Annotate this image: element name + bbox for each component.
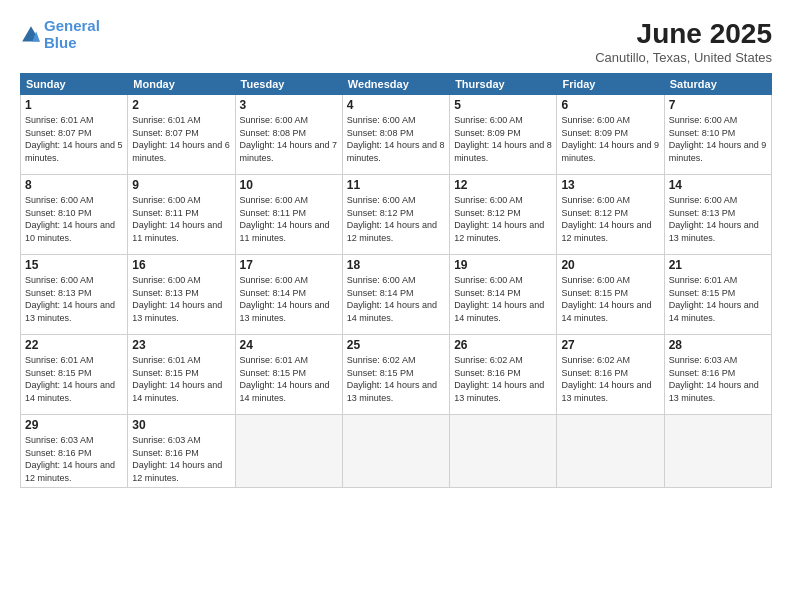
- table-row: 4Sunrise: 6:00 AMSunset: 8:08 PMDaylight…: [342, 95, 449, 175]
- day-number: 18: [347, 258, 445, 272]
- day-number: 12: [454, 178, 552, 192]
- table-row: 16Sunrise: 6:00 AMSunset: 8:13 PMDayligh…: [128, 255, 235, 335]
- table-row: [557, 415, 664, 488]
- month-title: June 2025: [595, 18, 772, 50]
- day-number: 24: [240, 338, 338, 352]
- day-info: Sunrise: 6:01 AMSunset: 8:07 PMDaylight:…: [25, 115, 123, 163]
- logo-text: General Blue: [44, 18, 100, 51]
- day-info: Sunrise: 6:00 AMSunset: 8:14 PMDaylight:…: [347, 275, 437, 323]
- day-number: 2: [132, 98, 230, 112]
- table-row: 21Sunrise: 6:01 AMSunset: 8:15 PMDayligh…: [664, 255, 771, 335]
- page: General Blue June 2025 Canutillo, Texas,…: [0, 0, 792, 612]
- day-number: 29: [25, 418, 123, 432]
- day-number: 20: [561, 258, 659, 272]
- calendar-week-row: 22Sunrise: 6:01 AMSunset: 8:15 PMDayligh…: [21, 335, 772, 415]
- calendar-week-row: 8Sunrise: 6:00 AMSunset: 8:10 PMDaylight…: [21, 175, 772, 255]
- table-row: 9Sunrise: 6:00 AMSunset: 8:11 PMDaylight…: [128, 175, 235, 255]
- table-row: [450, 415, 557, 488]
- calendar-header-row: Sunday Monday Tuesday Wednesday Thursday…: [21, 74, 772, 95]
- table-row: 23Sunrise: 6:01 AMSunset: 8:15 PMDayligh…: [128, 335, 235, 415]
- logo-icon: [20, 24, 42, 46]
- day-number: 23: [132, 338, 230, 352]
- table-row: 15Sunrise: 6:00 AMSunset: 8:13 PMDayligh…: [21, 255, 128, 335]
- table-row: 25Sunrise: 6:02 AMSunset: 8:15 PMDayligh…: [342, 335, 449, 415]
- day-number: 1: [25, 98, 123, 112]
- calendar-week-row: 29Sunrise: 6:03 AMSunset: 8:16 PMDayligh…: [21, 415, 772, 488]
- day-info: Sunrise: 6:01 AMSunset: 8:15 PMDaylight:…: [240, 355, 330, 403]
- day-info: Sunrise: 6:00 AMSunset: 8:09 PMDaylight:…: [454, 115, 552, 163]
- table-row: 7Sunrise: 6:00 AMSunset: 8:10 PMDaylight…: [664, 95, 771, 175]
- day-info: Sunrise: 6:00 AMSunset: 8:10 PMDaylight:…: [25, 195, 115, 243]
- day-info: Sunrise: 6:03 AMSunset: 8:16 PMDaylight:…: [669, 355, 759, 403]
- day-number: 4: [347, 98, 445, 112]
- day-number: 8: [25, 178, 123, 192]
- day-info: Sunrise: 6:00 AMSunset: 8:13 PMDaylight:…: [669, 195, 759, 243]
- day-number: 16: [132, 258, 230, 272]
- col-wednesday: Wednesday: [342, 74, 449, 95]
- day-info: Sunrise: 6:00 AMSunset: 8:14 PMDaylight:…: [454, 275, 544, 323]
- day-number: 21: [669, 258, 767, 272]
- col-friday: Friday: [557, 74, 664, 95]
- day-info: Sunrise: 6:01 AMSunset: 8:15 PMDaylight:…: [25, 355, 115, 403]
- day-info: Sunrise: 6:00 AMSunset: 8:11 PMDaylight:…: [240, 195, 330, 243]
- table-row: 27Sunrise: 6:02 AMSunset: 8:16 PMDayligh…: [557, 335, 664, 415]
- day-number: 19: [454, 258, 552, 272]
- table-row: 8Sunrise: 6:00 AMSunset: 8:10 PMDaylight…: [21, 175, 128, 255]
- table-row: [235, 415, 342, 488]
- day-info: Sunrise: 6:02 AMSunset: 8:16 PMDaylight:…: [454, 355, 544, 403]
- day-number: 11: [347, 178, 445, 192]
- table-row: 22Sunrise: 6:01 AMSunset: 8:15 PMDayligh…: [21, 335, 128, 415]
- day-number: 3: [240, 98, 338, 112]
- day-info: Sunrise: 6:03 AMSunset: 8:16 PMDaylight:…: [132, 435, 222, 483]
- table-row: 10Sunrise: 6:00 AMSunset: 8:11 PMDayligh…: [235, 175, 342, 255]
- table-row: 2Sunrise: 6:01 AMSunset: 8:07 PMDaylight…: [128, 95, 235, 175]
- day-number: 26: [454, 338, 552, 352]
- day-number: 27: [561, 338, 659, 352]
- table-row: 14Sunrise: 6:00 AMSunset: 8:13 PMDayligh…: [664, 175, 771, 255]
- day-info: Sunrise: 6:00 AMSunset: 8:10 PMDaylight:…: [669, 115, 767, 163]
- day-info: Sunrise: 6:00 AMSunset: 8:12 PMDaylight:…: [561, 195, 651, 243]
- logo: General Blue: [20, 18, 100, 51]
- day-info: Sunrise: 6:00 AMSunset: 8:08 PMDaylight:…: [347, 115, 445, 163]
- table-row: 19Sunrise: 6:00 AMSunset: 8:14 PMDayligh…: [450, 255, 557, 335]
- col-tuesday: Tuesday: [235, 74, 342, 95]
- day-info: Sunrise: 6:00 AMSunset: 8:12 PMDaylight:…: [347, 195, 437, 243]
- day-number: 7: [669, 98, 767, 112]
- calendar-week-row: 15Sunrise: 6:00 AMSunset: 8:13 PMDayligh…: [21, 255, 772, 335]
- day-info: Sunrise: 6:03 AMSunset: 8:16 PMDaylight:…: [25, 435, 115, 483]
- table-row: 11Sunrise: 6:00 AMSunset: 8:12 PMDayligh…: [342, 175, 449, 255]
- table-row: [664, 415, 771, 488]
- table-row: 20Sunrise: 6:00 AMSunset: 8:15 PMDayligh…: [557, 255, 664, 335]
- table-row: [342, 415, 449, 488]
- day-number: 10: [240, 178, 338, 192]
- day-info: Sunrise: 6:00 AMSunset: 8:14 PMDaylight:…: [240, 275, 330, 323]
- day-info: Sunrise: 6:01 AMSunset: 8:07 PMDaylight:…: [132, 115, 230, 163]
- day-info: Sunrise: 6:01 AMSunset: 8:15 PMDaylight:…: [669, 275, 759, 323]
- day-info: Sunrise: 6:02 AMSunset: 8:15 PMDaylight:…: [347, 355, 437, 403]
- table-row: 1Sunrise: 6:01 AMSunset: 8:07 PMDaylight…: [21, 95, 128, 175]
- table-row: 13Sunrise: 6:00 AMSunset: 8:12 PMDayligh…: [557, 175, 664, 255]
- day-info: Sunrise: 6:01 AMSunset: 8:15 PMDaylight:…: [132, 355, 222, 403]
- header: General Blue June 2025 Canutillo, Texas,…: [20, 18, 772, 65]
- table-row: 17Sunrise: 6:00 AMSunset: 8:14 PMDayligh…: [235, 255, 342, 335]
- day-number: 13: [561, 178, 659, 192]
- title-block: June 2025 Canutillo, Texas, United State…: [595, 18, 772, 65]
- calendar-week-row: 1Sunrise: 6:01 AMSunset: 8:07 PMDaylight…: [21, 95, 772, 175]
- table-row: 30Sunrise: 6:03 AMSunset: 8:16 PMDayligh…: [128, 415, 235, 488]
- day-info: Sunrise: 6:00 AMSunset: 8:08 PMDaylight:…: [240, 115, 338, 163]
- day-number: 6: [561, 98, 659, 112]
- day-info: Sunrise: 6:00 AMSunset: 8:13 PMDaylight:…: [132, 275, 222, 323]
- day-number: 14: [669, 178, 767, 192]
- table-row: 3Sunrise: 6:00 AMSunset: 8:08 PMDaylight…: [235, 95, 342, 175]
- table-row: 6Sunrise: 6:00 AMSunset: 8:09 PMDaylight…: [557, 95, 664, 175]
- table-row: 26Sunrise: 6:02 AMSunset: 8:16 PMDayligh…: [450, 335, 557, 415]
- location: Canutillo, Texas, United States: [595, 50, 772, 65]
- day-number: 15: [25, 258, 123, 272]
- calendar: Sunday Monday Tuesday Wednesday Thursday…: [20, 73, 772, 488]
- day-info: Sunrise: 6:00 AMSunset: 8:12 PMDaylight:…: [454, 195, 544, 243]
- day-number: 5: [454, 98, 552, 112]
- day-number: 25: [347, 338, 445, 352]
- table-row: 5Sunrise: 6:00 AMSunset: 8:09 PMDaylight…: [450, 95, 557, 175]
- day-info: Sunrise: 6:00 AMSunset: 8:11 PMDaylight:…: [132, 195, 222, 243]
- col-monday: Monday: [128, 74, 235, 95]
